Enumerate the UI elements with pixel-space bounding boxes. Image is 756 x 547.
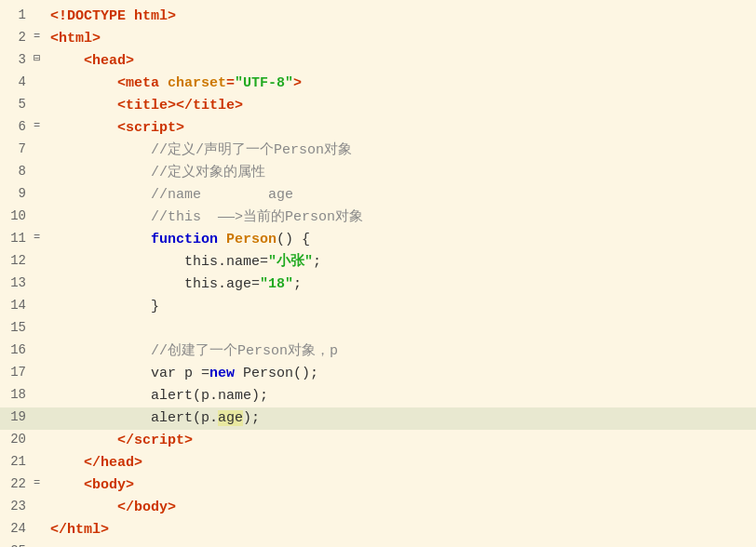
fold-14 (34, 296, 47, 318)
line-content-6: <script> (47, 117, 756, 140)
fold-11: = (34, 229, 47, 251)
line-num-8: 8 (0, 162, 34, 184)
line-num-13: 13 (0, 274, 34, 296)
line-22: 22 = <body> (0, 474, 756, 497)
line-16: 16 //创建了一个Person对象，p (0, 340, 756, 363)
line-14: 14 } (0, 296, 756, 318)
fold-15 (34, 318, 47, 340)
fold-1 (34, 6, 47, 28)
line-content-9: //name age (47, 184, 756, 207)
line-content-3: <head> (47, 50, 756, 73)
line-num-20: 20 (0, 430, 34, 452)
line-13: 13 this.age="18"; (0, 274, 756, 296)
line-2: 2 = <html> (0, 28, 756, 50)
line-content-19: alert(p.age); (47, 407, 756, 430)
line-content-21: </head> (47, 452, 756, 474)
line-content-17: var p =new Person(); (47, 363, 756, 385)
line-1: 1 <!DOCTYPE html> (0, 6, 756, 28)
line-num-24: 24 (0, 519, 34, 541)
fold-3: ⊟ (34, 50, 47, 73)
line-content-8: //定义对象的属性 (47, 162, 756, 184)
line-content-15 (47, 318, 756, 340)
line-content-10: //this ——>当前的Person对象 (47, 207, 756, 229)
fold-5 (34, 95, 47, 117)
line-content-14: } (47, 296, 756, 318)
line-num-1: 1 (0, 6, 34, 28)
fold-2: = (34, 28, 47, 50)
line-4: 4 <meta charset="UTF-8"> (0, 73, 756, 95)
fold-16 (34, 340, 47, 363)
line-num-14: 14 (0, 296, 34, 318)
line-6: 6 = <script> (0, 117, 756, 140)
fold-22: = (34, 474, 47, 497)
line-num-3: 3 (0, 50, 34, 73)
line-num-10: 10 (0, 207, 34, 229)
line-content-22: <body> (47, 474, 756, 497)
fold-9 (34, 184, 47, 207)
line-23: 23 </body> (0, 497, 756, 519)
line-9: 9 //name age (0, 184, 756, 207)
fold-25 (34, 541, 47, 547)
line-num-9: 9 (0, 184, 34, 207)
line-num-6: 6 (0, 117, 34, 140)
line-num-19: 19 (0, 407, 34, 430)
line-num-12: 12 (0, 251, 34, 274)
line-5: 5 <title></title> (0, 95, 756, 117)
line-num-18: 18 (0, 385, 34, 407)
fold-24 (34, 519, 47, 541)
line-20: 20 </script> (0, 430, 756, 452)
line-num-17: 17 (0, 363, 34, 385)
fold-13 (34, 274, 47, 296)
line-21: 21 </head> (0, 452, 756, 474)
fold-17 (34, 363, 47, 385)
line-17: 17 var p =new Person(); (0, 363, 756, 385)
line-num-11: 11 (0, 229, 34, 251)
line-content-16: //创建了一个Person对象，p (47, 340, 756, 363)
line-content-4: <meta charset="UTF-8"> (47, 73, 756, 95)
fold-20 (34, 430, 47, 452)
line-content-12: this.name="小张"; (47, 251, 756, 274)
line-content-24: </html> (47, 519, 756, 541)
fold-12 (34, 251, 47, 274)
fold-6: = (34, 117, 47, 140)
line-content-23: </body> (47, 497, 756, 519)
fold-21 (34, 452, 47, 474)
line-7: 7 //定义/声明了一个Person对象 (0, 140, 756, 162)
line-num-22: 22 (0, 474, 34, 497)
line-8: 8 //定义对象的属性 (0, 162, 756, 184)
line-num-15: 15 (0, 318, 34, 340)
line-content-5: <title></title> (47, 95, 756, 117)
line-content-18: alert(p.name); (47, 385, 756, 407)
line-num-4: 4 (0, 73, 34, 95)
line-12: 12 this.name="小张"; (0, 251, 756, 274)
line-24: 24 </html> (0, 519, 756, 541)
line-num-16: 16 (0, 340, 34, 363)
line-num-23: 23 (0, 497, 34, 519)
fold-10 (34, 207, 47, 229)
line-num-25: 25 (0, 541, 34, 547)
fold-19 (34, 407, 47, 430)
fold-18 (34, 385, 47, 407)
line-content-2: <html> (47, 28, 756, 50)
line-content-7: //定义/声明了一个Person对象 (47, 140, 756, 162)
fold-4 (34, 73, 47, 95)
line-num-7: 7 (0, 140, 34, 162)
line-10: 10 //this ——>当前的Person对象 (0, 207, 756, 229)
line-num-5: 5 (0, 95, 34, 117)
line-num-21: 21 (0, 452, 34, 474)
line-content-11: function Person() { (47, 229, 756, 251)
fold-8 (34, 162, 47, 184)
line-content-13: this.age="18"; (47, 274, 756, 296)
line-18: 18 alert(p.name); (0, 385, 756, 407)
line-content-20: </script> (47, 430, 756, 452)
line-15: 15 (0, 318, 756, 340)
line-num-2: 2 (0, 28, 34, 50)
fold-23 (34, 497, 47, 519)
line-11: 11 = function Person() { (0, 229, 756, 251)
code-editor: 1 <!DOCTYPE html> 2 = <html> 3 ⊟ <head> … (0, 0, 756, 547)
fold-7 (34, 140, 47, 162)
line-3: 3 ⊟ <head> (0, 50, 756, 73)
line-content-1: <!DOCTYPE html> (47, 6, 756, 28)
line-19: 19 alert(p.age); (0, 407, 756, 430)
